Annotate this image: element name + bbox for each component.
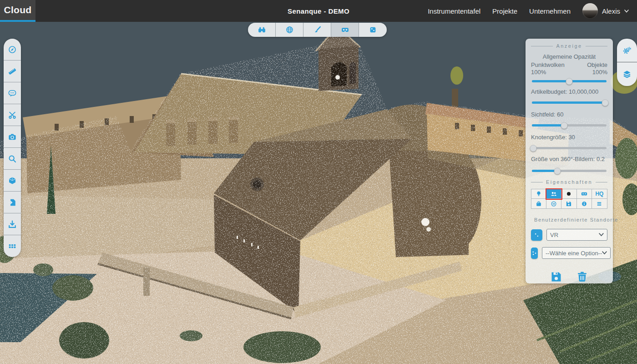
menu-lines-toggle[interactable]	[592, 199, 607, 208]
fov-slider[interactable]	[532, 124, 607, 126]
binoculars-icon	[258, 26, 266, 34]
slider-knob[interactable]	[566, 78, 573, 85]
app-logo[interactable]: Cloud	[0, 0, 35, 22]
image360-size-slider[interactable]	[532, 170, 607, 172]
search-icon	[8, 155, 16, 163]
budget-label: Artikelbudget: 10,000,000	[531, 88, 607, 95]
user-menu[interactable]: Alexis	[582, 3, 629, 19]
download-button[interactable]	[4, 213, 21, 235]
brush-icon	[313, 26, 321, 34]
scene-locations-button[interactable]	[359, 23, 387, 37]
ruler-icon	[8, 67, 16, 76]
chevron-down-icon	[602, 251, 607, 255]
pause-toggle[interactable]	[546, 199, 561, 208]
box-icon	[536, 201, 542, 207]
delete-location-button[interactable]	[576, 271, 588, 284]
properties-grid: HQ	[531, 189, 607, 209]
scene-square-icon	[533, 232, 540, 238]
location-select-new-value: --Wähle eine Option--	[546, 250, 602, 257]
black-circle-icon	[566, 191, 572, 197]
apps-button[interactable]	[4, 235, 21, 257]
locations-header-label: Benutzerdefinierte Standorte	[534, 217, 618, 222]
background-toggle[interactable]	[561, 189, 576, 199]
goto-location-button[interactable]	[531, 229, 542, 241]
save-view-toggle[interactable]	[561, 199, 576, 208]
save-location-button[interactable]	[550, 271, 562, 284]
paint-tool-button[interactable]	[303, 23, 331, 37]
slider-knob[interactable]	[602, 99, 608, 106]
panel-header-label: Anzeige	[556, 43, 582, 49]
compass-icon	[8, 46, 16, 54]
layers-icon	[622, 70, 632, 79]
hq-toggle[interactable]: HQ	[592, 189, 607, 199]
display-settings-panel: Anzeige Allgemeine Opazität Punktwolken …	[526, 39, 613, 283]
layers-button[interactable]	[617, 62, 637, 86]
apps-grid-icon	[8, 242, 16, 250]
objects-label: Objekte	[587, 61, 607, 68]
cube-icon	[8, 177, 16, 185]
slider-fill	[532, 124, 564, 126]
info-icon	[581, 201, 587, 207]
save-icon	[550, 271, 562, 283]
viewer-settings-button[interactable]	[617, 39, 637, 62]
trash-icon	[576, 271, 588, 283]
settings-gears-icon	[622, 46, 632, 55]
scene-square-icon	[369, 26, 377, 34]
nav-projects[interactable]: Projekte	[492, 7, 517, 15]
image360-size-label: Größe von 360°-Bildern: 0.2	[531, 156, 607, 162]
measure-distance-button[interactable]	[4, 61, 21, 82]
opacity-slider[interactable]	[532, 80, 607, 82]
nav-dashboard[interactable]: Instrumententafel	[428, 7, 480, 15]
fov-label: Sichtfeld: 60	[531, 111, 607, 118]
users-toggle[interactable]	[546, 189, 561, 199]
box-toggle[interactable]	[531, 199, 546, 208]
lighting-toggle[interactable]	[531, 189, 546, 199]
topbar-nav: Instrumententafel Projekte Unternehmen A…	[428, 3, 637, 19]
vr-mode-button[interactable]	[331, 23, 359, 37]
viewport: Anzeige Allgemeine Opazität Punktwolken …	[0, 22, 637, 364]
properties-header-label: Eigenschaften	[546, 179, 592, 185]
pointclouds-opacity-value: 100%	[531, 69, 546, 76]
location-row-new: --Wähle eine Option--	[531, 247, 607, 259]
menu-lines-icon	[596, 201, 602, 207]
hq-label: HQ	[595, 191, 603, 197]
slider-knob[interactable]	[561, 122, 567, 129]
search-button[interactable]	[4, 148, 21, 170]
vr-property-toggle[interactable]	[577, 189, 592, 199]
bulb-icon	[536, 191, 542, 197]
users-icon	[551, 191, 557, 197]
view-mode-toolbar	[248, 23, 387, 37]
location-select-vr[interactable]: VR	[546, 229, 607, 241]
clip-tool-button[interactable]	[4, 104, 21, 126]
objects-opacity-value: 100%	[592, 69, 607, 76]
download-icon	[8, 220, 16, 228]
slider-knob[interactable]	[530, 145, 537, 152]
node-size-label: Knotengröße: 30	[531, 134, 607, 141]
camera-icon	[8, 133, 16, 141]
vr-goggles-icon	[341, 26, 349, 34]
topbar: Cloud Senanque - DEMO Instrumententafel …	[0, 0, 637, 22]
scene-square-icon	[531, 250, 538, 257]
objects-3d-button[interactable]	[4, 170, 21, 192]
import-button[interactable]	[4, 192, 21, 213]
nav-company[interactable]: Unternehmen	[529, 7, 571, 15]
measure-tool-button[interactable]	[248, 23, 276, 37]
add-location-button[interactable]	[531, 248, 538, 259]
app-root: Cloud Senanque - DEMO Instrumententafel …	[0, 0, 637, 364]
location-row-vr: VR	[531, 229, 607, 241]
comments-button[interactable]	[4, 82, 21, 104]
properties-header: Eigenschaften	[531, 179, 607, 185]
node-size-slider[interactable]	[532, 147, 607, 149]
location-select-new[interactable]: --Wähle eine Option--	[542, 247, 611, 259]
screenshot-button[interactable]	[4, 126, 21, 148]
info-toggle[interactable]	[577, 199, 592, 208]
chevron-down-icon	[599, 233, 604, 237]
panel-header: Anzeige	[531, 43, 607, 49]
location-actions	[531, 271, 607, 284]
locations-header: Benutzerdefinierte Standorte	[531, 217, 607, 222]
orientation-tool-button[interactable]	[4, 39, 21, 61]
slider-knob[interactable]	[554, 167, 561, 174]
globe-view-button[interactable]	[276, 23, 303, 37]
avatar[interactable]	[582, 3, 598, 19]
budget-slider[interactable]	[532, 101, 607, 104]
